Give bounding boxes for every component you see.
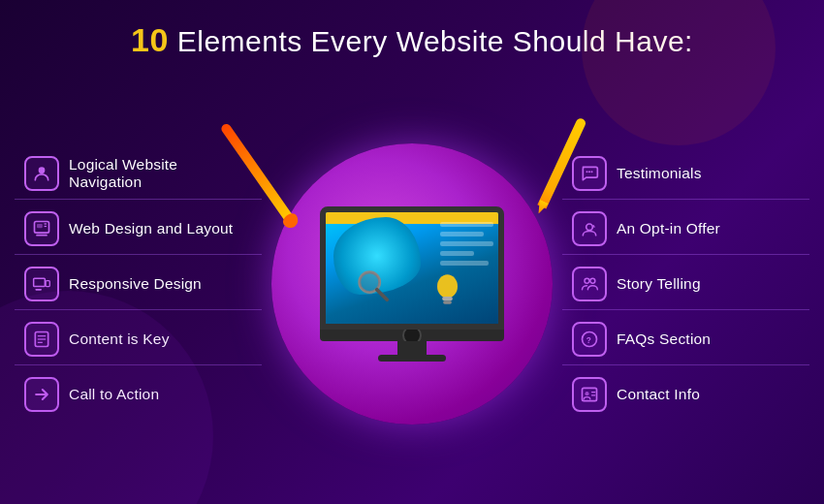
monitor-base	[378, 355, 446, 362]
design-icon-box	[24, 211, 59, 246]
monitor-illustration	[315, 206, 509, 362]
item-label-contact: Contact Info	[617, 386, 700, 403]
screen-line-5	[440, 261, 489, 266]
screen-line-2	[440, 232, 484, 236]
monitor-chin	[320, 330, 504, 341]
list-item-design: Web Design and Layout	[15, 204, 262, 255]
contact-icon	[580, 385, 599, 404]
monitor-screen	[320, 206, 504, 330]
svg-text:?: ?	[586, 335, 591, 345]
list-item-faq: ? FAQs Section	[562, 314, 809, 365]
item-label-optin: An Opt-in Offer	[617, 220, 720, 237]
svg-point-28	[585, 392, 588, 395]
svg-point-0	[39, 167, 46, 173]
list-item-contact: Contact Info	[562, 369, 809, 420]
svg-rect-17	[442, 297, 453, 300]
screen-content-area	[326, 212, 498, 324]
magnify-icon	[355, 268, 392, 304]
list-item-story: Story Telling	[562, 259, 809, 310]
screen-line-3	[440, 241, 493, 246]
right-column: Testimonials An Opt-in Offer	[562, 148, 824, 420]
svg-point-24	[590, 278, 595, 283]
svg-rect-2	[37, 224, 43, 228]
story-icon	[580, 274, 599, 294]
story-icon-box	[572, 267, 607, 301]
optin-icon-box	[572, 211, 607, 246]
svg-point-19	[586, 171, 588, 173]
item-label-faq: FAQs Section	[617, 331, 711, 348]
list-item-optin: An Opt-in Offer	[562, 204, 809, 255]
svg-line-15	[377, 290, 387, 299]
monitor-stand	[397, 341, 427, 355]
item-label-nav: Logical Website Navigation	[69, 156, 252, 191]
item-label-design: Web Design and Layout	[69, 220, 233, 237]
responsive-icon	[32, 274, 51, 294]
svg-point-22	[586, 224, 593, 231]
testimonial-icon-box	[572, 156, 607, 191]
testimonial-icon	[580, 164, 599, 183]
svg-point-23	[585, 278, 589, 283]
bulb-icon	[430, 270, 464, 314]
optin-icon	[580, 219, 599, 238]
item-label-testimonials: Testimonials	[617, 165, 702, 182]
screen-line-1	[440, 222, 493, 227]
screen-line-4	[440, 251, 474, 256]
svg-rect-7	[46, 281, 49, 287]
svg-point-20	[588, 171, 590, 173]
svg-point-21	[591, 171, 593, 173]
screen-lines-group	[440, 222, 493, 266]
nav-icon	[32, 164, 51, 183]
faq-icon: ?	[580, 330, 599, 349]
design-icon	[32, 219, 51, 238]
item-label-responsive: Responsive Design	[69, 275, 202, 293]
list-item-testimonials: Testimonials	[562, 148, 809, 200]
svg-point-16	[437, 275, 458, 299]
svg-rect-6	[34, 278, 46, 286]
nav-icon-box	[24, 156, 59, 191]
svg-rect-18	[443, 301, 452, 305]
list-item-nav: Logical Website Navigation	[15, 148, 262, 200]
faq-icon-box: ?	[572, 322, 607, 357]
title-number: 10	[131, 21, 169, 58]
item-label-story: Story Telling	[617, 275, 701, 293]
contact-icon-box	[572, 377, 607, 412]
center-illustration	[262, 110, 562, 458]
page-container: 10 Elements Every Website Should Have: L…	[0, 0, 824, 504]
circle-background	[271, 143, 553, 425]
